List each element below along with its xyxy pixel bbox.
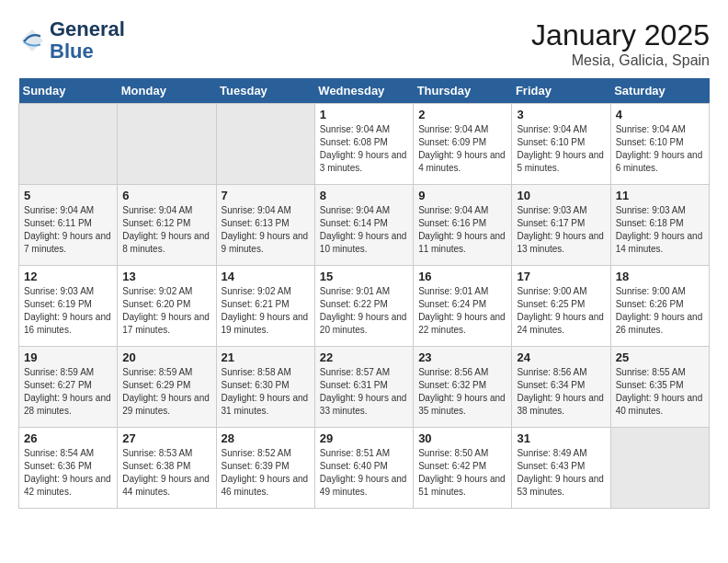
weekday-header-saturday: Saturday: [610, 78, 709, 104]
calendar-cell: 31Sunrise: 8:49 AM Sunset: 6:43 PM Dayli…: [512, 428, 610, 509]
day-number: 3: [517, 108, 605, 121]
day-number: 21: [222, 350, 310, 364]
weekday-header-sunday: Sunday: [19, 78, 118, 104]
day-number: 4: [616, 108, 704, 121]
calendar-cell: 6Sunrise: 9:04 AM Sunset: 6:12 PM Daylig…: [118, 185, 216, 266]
day-number: 25: [616, 350, 704, 364]
week-row-2: 5Sunrise: 9:04 AM Sunset: 6:11 PM Daylig…: [19, 185, 710, 266]
day-number: 17: [517, 270, 605, 283]
day-number: 29: [320, 431, 408, 445]
logo-line1: General: [50, 18, 125, 40]
cell-info: Sunrise: 9:04 AM Sunset: 6:16 PM Dayligh…: [418, 204, 506, 256]
calendar-cell: 23Sunrise: 8:56 AM Sunset: 6:32 PM Dayli…: [414, 347, 512, 428]
calendar-table: SundayMondayTuesdayWednesdayThursdayFrid…: [18, 78, 710, 509]
cell-info: Sunrise: 9:03 AM Sunset: 6:19 PM Dayligh…: [24, 285, 112, 337]
weekday-header-monday: Monday: [118, 78, 216, 104]
week-row-3: 12Sunrise: 9:03 AM Sunset: 6:19 PM Dayli…: [19, 266, 710, 347]
cell-info: Sunrise: 9:01 AM Sunset: 6:24 PM Dayligh…: [418, 285, 506, 337]
cell-info: Sunrise: 9:00 AM Sunset: 6:26 PM Dayligh…: [616, 285, 704, 337]
calendar-cell: 19Sunrise: 8:59 AM Sunset: 6:27 PM Dayli…: [19, 347, 118, 428]
calendar-cell: 30Sunrise: 8:50 AM Sunset: 6:42 PM Dayli…: [414, 428, 512, 509]
weekday-header-thursday: Thursday: [414, 78, 512, 104]
cell-info: Sunrise: 8:59 AM Sunset: 6:27 PM Dayligh…: [24, 366, 112, 418]
day-number: 7: [222, 189, 310, 202]
day-number: 13: [122, 270, 210, 283]
day-number: 1: [320, 108, 408, 121]
title-area: January 2025 Mesia, Galicia, Spain: [531, 18, 710, 69]
calendar-cell: [19, 104, 118, 185]
cell-info: Sunrise: 8:50 AM Sunset: 6:42 PM Dayligh…: [418, 447, 506, 499]
calendar-cell: 7Sunrise: 9:04 AM Sunset: 6:13 PM Daylig…: [216, 185, 314, 266]
cell-info: Sunrise: 9:01 AM Sunset: 6:22 PM Dayligh…: [320, 285, 408, 337]
day-number: 2: [418, 108, 506, 121]
day-number: 6: [122, 189, 210, 202]
calendar-cell: 22Sunrise: 8:57 AM Sunset: 6:31 PM Dayli…: [314, 347, 413, 428]
cell-info: Sunrise: 8:51 AM Sunset: 6:40 PM Dayligh…: [320, 447, 408, 499]
day-number: 5: [24, 189, 112, 202]
calendar-cell: 13Sunrise: 9:02 AM Sunset: 6:20 PM Dayli…: [118, 266, 216, 347]
day-number: 24: [517, 350, 605, 364]
cell-info: Sunrise: 8:53 AM Sunset: 6:38 PM Dayligh…: [122, 447, 210, 499]
day-number: 19: [24, 350, 112, 364]
calendar-cell: [610, 428, 709, 509]
day-number: 8: [320, 189, 408, 202]
week-row-4: 19Sunrise: 8:59 AM Sunset: 6:27 PM Dayli…: [19, 347, 710, 428]
logo-line2: Blue: [50, 40, 125, 63]
calendar-cell: 29Sunrise: 8:51 AM Sunset: 6:40 PM Dayli…: [314, 428, 413, 509]
calendar-cell: 8Sunrise: 9:04 AM Sunset: 6:14 PM Daylig…: [314, 185, 413, 266]
cell-info: Sunrise: 8:52 AM Sunset: 6:39 PM Dayligh…: [222, 447, 310, 499]
cell-info: Sunrise: 8:56 AM Sunset: 6:32 PM Dayligh…: [418, 366, 506, 418]
week-row-1: 1Sunrise: 9:04 AM Sunset: 6:08 PM Daylig…: [19, 104, 710, 185]
day-number: 20: [122, 350, 210, 364]
cell-info: Sunrise: 9:04 AM Sunset: 6:09 PM Dayligh…: [418, 123, 506, 175]
day-number: 22: [320, 350, 408, 364]
cell-info: Sunrise: 8:59 AM Sunset: 6:29 PM Dayligh…: [122, 366, 210, 418]
calendar-cell: 21Sunrise: 8:58 AM Sunset: 6:30 PM Dayli…: [216, 347, 314, 428]
cell-info: Sunrise: 9:04 AM Sunset: 6:08 PM Dayligh…: [320, 123, 408, 175]
calendar-cell: 4Sunrise: 9:04 AM Sunset: 6:10 PM Daylig…: [610, 104, 709, 185]
cell-info: Sunrise: 9:04 AM Sunset: 6:11 PM Dayligh…: [24, 204, 112, 256]
cell-info: Sunrise: 9:04 AM Sunset: 6:12 PM Dayligh…: [122, 204, 210, 256]
page-header: General Blue January 2025 Mesia, Galicia…: [18, 18, 710, 69]
day-number: 27: [122, 431, 210, 445]
calendar-cell: 24Sunrise: 8:56 AM Sunset: 6:34 PM Dayli…: [512, 347, 610, 428]
day-number: 18: [616, 270, 704, 283]
cell-info: Sunrise: 9:04 AM Sunset: 6:13 PM Dayligh…: [222, 204, 310, 256]
calendar-cell: 9Sunrise: 9:04 AM Sunset: 6:16 PM Daylig…: [414, 185, 512, 266]
calendar-cell: 14Sunrise: 9:02 AM Sunset: 6:21 PM Dayli…: [216, 266, 314, 347]
day-number: 12: [24, 270, 112, 283]
logo-icon: [18, 27, 46, 54]
cell-info: Sunrise: 8:56 AM Sunset: 6:34 PM Dayligh…: [517, 366, 605, 418]
calendar-cell: 20Sunrise: 8:59 AM Sunset: 6:29 PM Dayli…: [118, 347, 216, 428]
cell-info: Sunrise: 8:49 AM Sunset: 6:43 PM Dayligh…: [517, 447, 605, 499]
calendar-cell: [216, 104, 314, 185]
day-number: 31: [517, 431, 605, 445]
calendar-cell: 17Sunrise: 9:00 AM Sunset: 6:25 PM Dayli…: [512, 266, 610, 347]
calendar-cell: 12Sunrise: 9:03 AM Sunset: 6:19 PM Dayli…: [19, 266, 118, 347]
day-number: 23: [418, 350, 506, 364]
calendar-cell: 2Sunrise: 9:04 AM Sunset: 6:09 PM Daylig…: [414, 104, 512, 185]
calendar-cell: 15Sunrise: 9:01 AM Sunset: 6:22 PM Dayli…: [314, 266, 413, 347]
day-number: 10: [517, 189, 605, 202]
calendar-cell: 25Sunrise: 8:55 AM Sunset: 6:35 PM Dayli…: [610, 347, 709, 428]
cell-info: Sunrise: 9:02 AM Sunset: 6:21 PM Dayligh…: [222, 285, 310, 337]
calendar-cell: 5Sunrise: 9:04 AM Sunset: 6:11 PM Daylig…: [19, 185, 118, 266]
day-number: 9: [418, 189, 506, 202]
cell-info: Sunrise: 9:04 AM Sunset: 6:10 PM Dayligh…: [517, 123, 605, 175]
weekday-header-wednesday: Wednesday: [314, 78, 413, 104]
weekday-header-row: SundayMondayTuesdayWednesdayThursdayFrid…: [19, 78, 710, 104]
day-number: 16: [418, 270, 506, 283]
location: Mesia, Galicia, Spain: [531, 52, 710, 69]
calendar-cell: 18Sunrise: 9:00 AM Sunset: 6:26 PM Dayli…: [610, 266, 709, 347]
weekday-header-tuesday: Tuesday: [216, 78, 314, 104]
cell-info: Sunrise: 9:02 AM Sunset: 6:20 PM Dayligh…: [122, 285, 210, 337]
day-number: 30: [418, 431, 506, 445]
week-row-5: 26Sunrise: 8:54 AM Sunset: 6:36 PM Dayli…: [19, 428, 710, 509]
calendar-cell: 28Sunrise: 8:52 AM Sunset: 6:39 PM Dayli…: [216, 428, 314, 509]
cell-info: Sunrise: 8:55 AM Sunset: 6:35 PM Dayligh…: [616, 366, 704, 418]
calendar-cell: 27Sunrise: 8:53 AM Sunset: 6:38 PM Dayli…: [118, 428, 216, 509]
calendar-cell: 16Sunrise: 9:01 AM Sunset: 6:24 PM Dayli…: [414, 266, 512, 347]
calendar-cell: 3Sunrise: 9:04 AM Sunset: 6:10 PM Daylig…: [512, 104, 610, 185]
cell-info: Sunrise: 9:03 AM Sunset: 6:17 PM Dayligh…: [517, 204, 605, 256]
cell-info: Sunrise: 8:58 AM Sunset: 6:30 PM Dayligh…: [222, 366, 310, 418]
